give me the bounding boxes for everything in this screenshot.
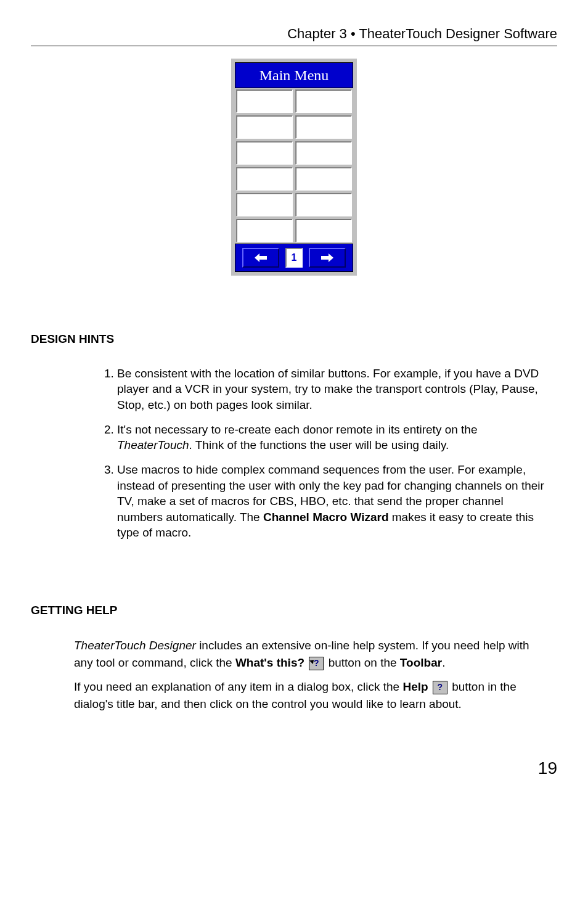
- page-number: 19: [31, 757, 557, 780]
- design-hints-heading: DESIGN HINTS: [31, 331, 557, 347]
- grid-cell: [295, 219, 352, 242]
- grid-cell: [236, 89, 293, 113]
- page-indicator: 1: [285, 248, 303, 268]
- help-text: .: [442, 656, 445, 669]
- hint-item: Use macros to hide complex command seque…: [117, 462, 545, 541]
- hint-text: Be consistent with the location of simil…: [117, 367, 539, 411]
- hint-item: It's not necessary to re-create each don…: [117, 422, 545, 453]
- grid-cell: [236, 219, 293, 242]
- prev-page-button[interactable]: [242, 248, 279, 268]
- grid-cell: [236, 141, 293, 165]
- grid-cell: [236, 115, 293, 139]
- help-label: Help: [402, 680, 428, 693]
- grid-cell: [295, 115, 352, 139]
- next-page-button[interactable]: [309, 248, 346, 268]
- whats-this-label: What's this?: [235, 656, 304, 669]
- getting-help-heading: GETTING HELP: [31, 602, 557, 618]
- grid-cell: [236, 167, 293, 191]
- grid-cell: [295, 141, 352, 165]
- design-hints-list: Be consistent with the location of simil…: [99, 366, 545, 541]
- hint-text: It's not necessary to re-create each don…: [117, 423, 477, 436]
- device-button-grid: [235, 88, 353, 244]
- grid-cell: [295, 89, 352, 113]
- whats-this-icon: [309, 657, 324, 670]
- help-text: If you need an explanation of any item i…: [74, 680, 402, 693]
- getting-help-body: TheaterTouch Designer includes an extens…: [74, 637, 545, 713]
- device-nav-bar: 1: [235, 244, 353, 272]
- grid-cell: [236, 193, 293, 216]
- svg-marker-0: [255, 253, 267, 262]
- hint-text: . Think of the functions the user will b…: [189, 438, 449, 451]
- hint-item: Be consistent with the location of simil…: [117, 366, 545, 413]
- chapter-header: Chapter 3 • TheaterTouch Designer Softwa…: [31, 25, 557, 46]
- hint-bold: Channel Macro Wizard: [263, 511, 389, 524]
- grid-cell: [295, 167, 352, 191]
- help-icon: [433, 681, 447, 694]
- svg-marker-1: [321, 253, 333, 262]
- help-text: button on the: [325, 656, 400, 669]
- product-name: TheaterTouch Designer: [74, 639, 196, 652]
- device-screenshot: Main Menu 1: [31, 59, 557, 276]
- toolbar-label: Toolbar: [400, 656, 442, 669]
- hint-italic: TheaterTouch: [117, 438, 189, 451]
- grid-cell: [295, 193, 352, 216]
- device-title: Main Menu: [235, 62, 353, 88]
